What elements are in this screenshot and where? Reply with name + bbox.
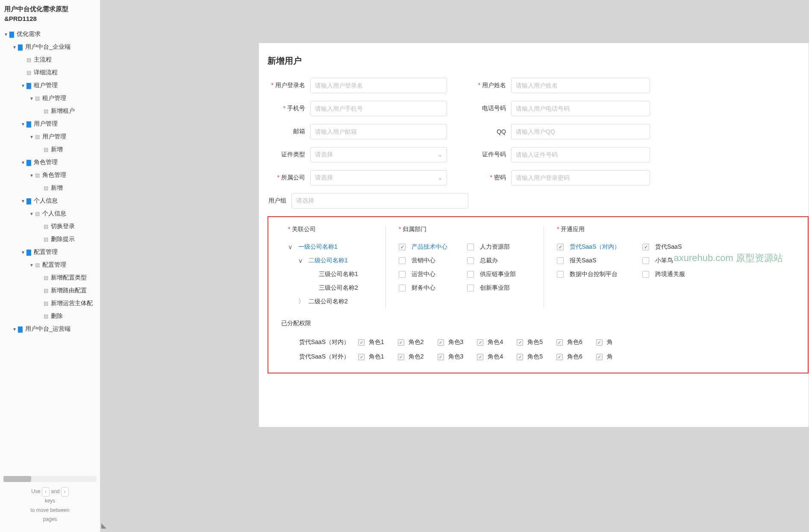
role-checkbox-item[interactable]: 角色5 (517, 338, 543, 346)
role-checkbox-item[interactable]: 角色4 (477, 353, 503, 361)
tree-node[interactable]: ▤新增 (0, 143, 100, 156)
dept-label: 营销中心 (412, 257, 435, 265)
tree-node[interactable]: ▼▤用户管理 (0, 130, 100, 143)
role-checkbox-item[interactable]: 角色1 (358, 338, 384, 346)
tree-label: 个人信息 (42, 210, 66, 218)
role-checkbox-item[interactable]: 角色6 (556, 338, 582, 346)
caret-icon: 〉 (298, 298, 305, 306)
dept-label: 总裁办 (480, 257, 498, 265)
mobile-input[interactable] (310, 101, 447, 116)
checkbox-icon (467, 244, 474, 250)
app-checkbox-item[interactable]: 数据中台控制平台 (557, 267, 642, 281)
company-label: 三级公司名称2 (319, 284, 358, 292)
caret-icon: ▼ (29, 135, 34, 139)
company-tree-node[interactable]: 三级公司名称2 (288, 281, 379, 295)
horizontal-scrollbar[interactable] (3, 476, 97, 482)
tree-node[interactable]: ▼▇优化需求 (0, 28, 100, 41)
dept-checkbox-item[interactable]: 人力资源部 (467, 240, 535, 254)
checkbox-icon (477, 354, 483, 360)
role-label: 角色1 (369, 353, 384, 361)
role-checkbox-item[interactable]: 角色3 (438, 338, 464, 346)
tree-node[interactable]: ▼▇个人信息 (0, 194, 100, 207)
dept-checkbox-item[interactable]: 产品技术中心 (399, 240, 467, 254)
role-checkbox-item[interactable]: 角色4 (477, 338, 503, 346)
scrollbar-thumb[interactable] (3, 476, 31, 482)
role-checkbox-item[interactable]: 角色2 (398, 338, 424, 346)
name-input[interactable] (511, 78, 650, 93)
company-tree-node[interactable]: 〉二级公司名称2 (288, 295, 379, 309)
role-checkbox-item[interactable]: 角 (596, 338, 613, 346)
app-label: 报关SaaS (570, 257, 596, 265)
tree-node[interactable]: ▤新增 (0, 182, 100, 194)
page-icon: ▤ (44, 223, 48, 229)
email-input[interactable] (310, 124, 447, 139)
company-tree-node[interactable]: ∨一级公司名称1 (288, 240, 379, 254)
tree-node[interactable]: ▼▇用户管理 (0, 118, 100, 130)
dept-label: 创新事业部 (480, 284, 510, 292)
company-tree-node[interactable]: 三级公司名称1 (288, 267, 379, 281)
role-label: 角色5 (527, 353, 543, 361)
page-icon: ▤ (44, 275, 48, 281)
idtype-select[interactable]: 请选择⌄ (310, 147, 447, 162)
dept-checkbox-item[interactable]: 供应链事业部 (467, 267, 535, 281)
tree-node[interactable]: ▼▇角色管理 (0, 156, 100, 169)
role-checkbox-item[interactable]: 角色1 (358, 353, 384, 361)
chevron-down-icon: ⌄ (438, 152, 442, 158)
app-checkbox-item[interactable]: 跨境通关服 (642, 267, 728, 281)
resize-handle-icon[interactable]: ◣ (100, 520, 107, 530)
tree-node[interactable]: ▼▇用户中台_企业端 (0, 41, 100, 53)
tree-node[interactable]: ▤新增路由配置 (0, 284, 100, 297)
dept-checkbox-item[interactable]: 运营中心 (399, 267, 467, 281)
tree-node[interactable]: ▼▤配置管理 (0, 259, 100, 271)
group-select[interactable]: 请选择 (291, 193, 468, 209)
role-label: 角色3 (448, 338, 464, 346)
tree-label: 用户管理 (42, 133, 66, 141)
dept-checkbox-item[interactable]: 总裁办 (467, 254, 535, 267)
phone-input[interactable] (511, 101, 650, 116)
page-tree[interactable]: ▼▇优化需求▼▇用户中台_企业端▤主流程▤详细流程▼▇租户管理▼▤租户管理▤新增… (0, 28, 100, 474)
role-label: 角色6 (567, 353, 582, 361)
tree-node[interactable]: ▼▤个人信息 (0, 207, 100, 220)
role-checkbox-item[interactable]: 角色5 (517, 353, 543, 361)
dept-checkbox-item[interactable]: 营销中心 (399, 254, 467, 267)
tree-node[interactable]: ▤切换登录 (0, 220, 100, 233)
tree-node[interactable]: ▼▇用户中台_运营端 (0, 323, 100, 335)
idno-input[interactable] (511, 147, 650, 162)
app-checkbox-item[interactable]: 报关SaaS (557, 254, 642, 267)
page-icon: ▤ (35, 211, 40, 217)
dept-checkbox-item[interactable]: 财务中心 (399, 281, 467, 295)
page-icon: ▤ (44, 236, 48, 242)
checkbox-icon (398, 339, 404, 346)
watermark: axurehub.com 原型资源站 (674, 252, 783, 265)
tree-node[interactable]: ▤详细流程 (0, 66, 100, 79)
dept-checkbox-item[interactable]: 创新事业部 (467, 281, 535, 295)
role-checkbox-item[interactable]: 角色2 (398, 353, 424, 361)
tree-node[interactable]: ▼▤角色管理 (0, 169, 100, 182)
login-input[interactable] (310, 78, 447, 93)
tree-node[interactable]: ▤新增租户 (0, 105, 100, 118)
tree-label: 个人信息 (34, 197, 58, 205)
caret-icon: ▼ (21, 83, 26, 88)
role-checkbox-item[interactable]: 角色3 (438, 353, 464, 361)
tree-node[interactable]: ▤删除提示 (0, 233, 100, 246)
tree-node[interactable]: ▤新增运营主体配 (0, 297, 100, 310)
role-checkbox-item[interactable]: 角 (596, 353, 613, 361)
qq-input[interactable] (511, 124, 650, 139)
checkbox-icon (642, 257, 649, 264)
company-select[interactable]: 请选择⌄ (310, 170, 447, 185)
folder-icon: ▇ (18, 44, 23, 50)
password-input[interactable] (511, 170, 650, 185)
tree-node[interactable]: ▼▇租户管理 (0, 79, 100, 92)
assigned-app-name: 货代SaaS（对内） (281, 338, 358, 346)
tree-node[interactable]: ▼▇配置管理 (0, 246, 100, 259)
role-label: 角 (607, 353, 613, 361)
app-checkbox-item[interactable]: 货代SaaS（对内） (557, 240, 642, 254)
tree-label: 用户中台_企业端 (25, 43, 71, 51)
tree-node[interactable]: ▤删除 (0, 310, 100, 323)
tree-node[interactable]: ▼▤租户管理 (0, 92, 100, 105)
role-checkbox-item[interactable]: 角色6 (556, 353, 582, 361)
highlighted-section: *关联公司 ∨一级公司名称1∨二级公司名称1三级公司名称1三级公司名称2〉二级公… (268, 216, 809, 373)
company-tree-node[interactable]: ∨二级公司名称1 (288, 254, 379, 267)
tree-node[interactable]: ▤主流程 (0, 53, 100, 66)
tree-node[interactable]: ▤新增配置类型 (0, 271, 100, 284)
